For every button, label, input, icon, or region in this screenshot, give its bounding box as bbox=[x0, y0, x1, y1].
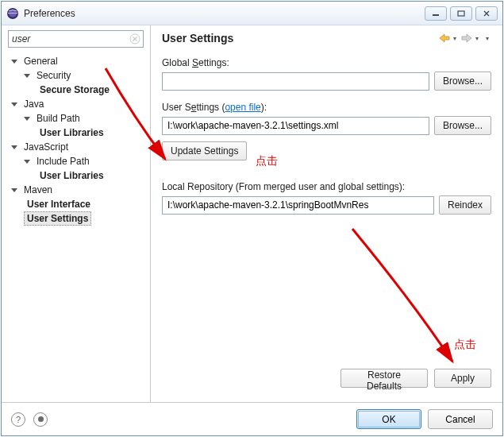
help-icon[interactable]: ? bbox=[11, 412, 25, 427]
footer-buttons: OK Cancel bbox=[356, 409, 493, 429]
view-menu-icon[interactable]: ▾ bbox=[486, 35, 489, 42]
user-settings-label: User Settings (open file): bbox=[162, 102, 491, 113]
title-bar: Preferences bbox=[2, 2, 502, 25]
tree-user-libraries-js[interactable]: User Libraries bbox=[37, 168, 107, 183]
sidebar: General Security Secure Storage Java Bui… bbox=[2, 25, 151, 402]
global-settings-label: Global Settings: bbox=[162, 57, 491, 68]
user-settings-row: Browse... bbox=[162, 116, 491, 135]
global-settings-input[interactable] bbox=[162, 72, 429, 91]
maximize-button[interactable] bbox=[450, 6, 472, 21]
local-repo-row: Reindex bbox=[162, 195, 491, 215]
tree-java[interactable]: Java bbox=[21, 97, 47, 111]
search-input[interactable] bbox=[8, 30, 144, 48]
update-row: Update Settings bbox=[162, 141, 491, 160]
chevron-down-icon[interactable] bbox=[24, 117, 30, 121]
footer: ? OK Cancel bbox=[2, 402, 502, 435]
close-button[interactable] bbox=[475, 6, 498, 21]
content-panel: User Settings ▾ ▾ ▾ Global Settings: Bro… bbox=[151, 25, 502, 402]
content-header: User Settings ▾ ▾ ▾ bbox=[162, 32, 491, 44]
tree: General Security Secure Storage Java Bui… bbox=[8, 54, 144, 226]
open-file-link[interactable]: open file bbox=[225, 102, 260, 113]
svg-rect-2 bbox=[8, 13, 17, 14]
page-title: User Settings bbox=[162, 32, 233, 44]
svg-rect-3 bbox=[433, 14, 439, 16]
global-settings-row: Browse... bbox=[162, 72, 491, 91]
ok-button[interactable]: OK bbox=[356, 409, 421, 429]
body: General Security Secure Storage Java Bui… bbox=[2, 25, 502, 435]
local-repo-label: Local Repository (From merged user and g… bbox=[162, 181, 491, 192]
restore-defaults-button[interactable]: Restore Defaults bbox=[340, 369, 428, 388]
browse-user-button[interactable]: Browse... bbox=[434, 116, 491, 135]
tree-include-path[interactable]: Include Path bbox=[33, 154, 93, 168]
tree-maven[interactable]: Maven bbox=[21, 183, 56, 197]
tree-user-interface[interactable]: User Interface bbox=[24, 197, 94, 211]
title-text: Preferences bbox=[24, 8, 75, 19]
nav-arrows: ▾ ▾ ▾ bbox=[438, 33, 491, 44]
chevron-down-icon[interactable] bbox=[11, 102, 17, 106]
eclipse-icon bbox=[6, 7, 19, 20]
window-controls bbox=[425, 6, 498, 21]
back-menu-icon[interactable]: ▾ bbox=[453, 35, 456, 42]
chevron-down-icon[interactable] bbox=[11, 60, 17, 64]
svg-rect-4 bbox=[458, 11, 464, 16]
tree-javascript[interactable]: JavaScript bbox=[21, 140, 71, 154]
back-icon[interactable] bbox=[438, 33, 451, 44]
reindex-button[interactable]: Reindex bbox=[439, 195, 491, 215]
minimize-button[interactable] bbox=[425, 6, 447, 21]
chevron-down-icon[interactable] bbox=[11, 145, 17, 149]
browse-global-button[interactable]: Browse... bbox=[434, 72, 491, 91]
cancel-button[interactable]: Cancel bbox=[428, 409, 493, 429]
tree-user-settings[interactable]: User Settings bbox=[24, 211, 91, 226]
spacer bbox=[162, 221, 491, 365]
tree-user-libraries-java[interactable]: User Libraries bbox=[37, 126, 107, 140]
progress-icon[interactable] bbox=[33, 412, 48, 427]
apply-button[interactable]: Apply bbox=[434, 369, 491, 388]
search-wrap bbox=[8, 30, 144, 48]
local-repo-input[interactable] bbox=[162, 196, 434, 215]
forward-menu-icon[interactable]: ▾ bbox=[475, 35, 479, 42]
chevron-down-icon[interactable] bbox=[24, 160, 30, 164]
user-settings-input[interactable] bbox=[162, 117, 429, 135]
tree-general[interactable]: General bbox=[21, 54, 61, 68]
forward-icon[interactable] bbox=[460, 33, 473, 44]
chevron-down-icon[interactable] bbox=[24, 74, 30, 78]
tree-build-path[interactable]: Build Path bbox=[33, 111, 83, 126]
main-split: General Security Secure Storage Java Bui… bbox=[2, 25, 502, 402]
update-settings-button[interactable]: Update Settings bbox=[162, 141, 247, 160]
chevron-down-icon[interactable] bbox=[11, 188, 17, 192]
tree-secure-storage[interactable]: Secure Storage bbox=[37, 83, 113, 97]
restore-row: Restore Defaults Apply bbox=[162, 365, 491, 396]
clear-icon[interactable] bbox=[129, 33, 141, 45]
preferences-window: Preferences General Security Secure Stor… bbox=[1, 1, 503, 436]
tree-security[interactable]: Security bbox=[33, 68, 74, 83]
